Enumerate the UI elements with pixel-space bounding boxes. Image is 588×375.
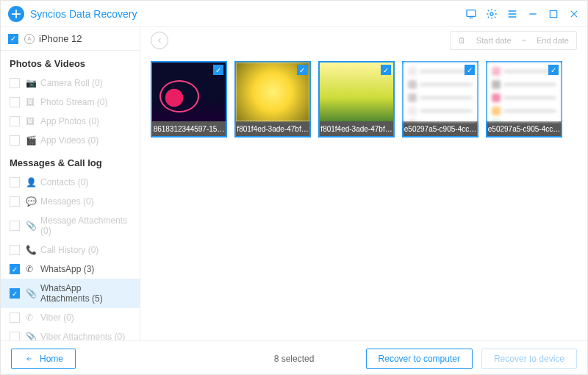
category-icon: 📷 bbox=[26, 78, 36, 88]
sidebar-item-label: Viber (0) bbox=[40, 312, 74, 323]
close-icon[interactable] bbox=[568, 8, 580, 20]
sidebar-item[interactable]: ✓✆WhatsApp (3) bbox=[1, 260, 140, 279]
sidebar-item-checkbox[interactable] bbox=[10, 78, 20, 88]
app-title: Syncios Data Recovery bbox=[30, 8, 137, 20]
sidebar-item-checkbox[interactable] bbox=[10, 97, 20, 107]
maximize-icon[interactable] bbox=[548, 8, 559, 20]
sidebar-item[interactable]: ✆Viber (0) bbox=[1, 308, 140, 327]
thumbnail[interactable]: e50297a5-c905-4cc…✓ bbox=[486, 61, 562, 138]
sidebar-item-checkbox[interactable] bbox=[10, 332, 20, 340]
recover-device-button: Recover to device bbox=[481, 349, 577, 369]
sidebar-item-label: WhatsApp Attachments (5) bbox=[40, 283, 131, 304]
sidebar-item-checkbox[interactable]: ✓ bbox=[10, 288, 20, 299]
sidebar-item[interactable]: 💬Messages (0) bbox=[1, 192, 140, 211]
sidebar-item[interactable]: 📷Camera Roll (0) bbox=[1, 74, 140, 93]
sidebar: ✓ A iPhone 12 Photos & Videos📷Camera Rol… bbox=[1, 27, 140, 340]
sidebar-item-label: App Videos (0) bbox=[40, 135, 98, 146]
sidebar-item-label: Viber Attachments (0) bbox=[40, 332, 125, 340]
category-icon: 📎 bbox=[26, 221, 36, 231]
selection-status: 8 selected bbox=[274, 354, 315, 364]
svg-rect-2 bbox=[550, 10, 556, 17]
thumbnail[interactable]: e50297a5-c905-4cc…✓ bbox=[402, 61, 478, 138]
feedback-icon[interactable] bbox=[465, 8, 477, 20]
date-separator: ~ bbox=[522, 36, 526, 45]
thumbnail-caption: 8618312344597-15… bbox=[152, 121, 226, 136]
thumbnail-caption: f801f4ed-3ade-47bf… bbox=[320, 121, 393, 136]
thumbnail-caption: e50297a5-c905-4cc… bbox=[487, 121, 561, 136]
thumbnail[interactable]: 8618312344597-15…✓ bbox=[151, 61, 227, 138]
thumbnail-check-icon[interactable]: ✓ bbox=[548, 65, 559, 75]
sidebar-item-label: Call History (0) bbox=[40, 245, 98, 255]
sidebar-item-label: WhatsApp (3) bbox=[40, 264, 94, 274]
sidebar-section-header: Photos & Videos bbox=[1, 51, 140, 74]
sidebar-item-checkbox[interactable] bbox=[10, 196, 20, 207]
category-icon: 📎 bbox=[26, 288, 36, 299]
category-icon: 🎬 bbox=[26, 135, 36, 146]
category-icon: 📎 bbox=[26, 332, 36, 340]
sidebar-item-label: Contacts (0) bbox=[40, 177, 88, 188]
sidebar-item[interactable]: 📞Call History (0) bbox=[1, 240, 140, 260]
category-icon: 🖼 bbox=[26, 97, 36, 107]
end-date: End date bbox=[537, 36, 569, 45]
sidebar-item-label: Photo Stream (0) bbox=[40, 97, 107, 107]
thumbnail-caption: e50297a5-c905-4cc… bbox=[404, 121, 477, 136]
sidebar-item[interactable]: 🖼App Photos (0) bbox=[1, 112, 140, 131]
sidebar-item-label: Camera Roll (0) bbox=[40, 78, 103, 88]
sidebar-item-checkbox[interactable] bbox=[10, 135, 20, 146]
svg-point-1 bbox=[490, 12, 493, 15]
svg-rect-0 bbox=[467, 10, 476, 16]
category-icon: 📞 bbox=[26, 245, 36, 255]
home-button[interactable]: Home bbox=[11, 349, 76, 369]
sidebar-item[interactable]: 🎬App Videos (0) bbox=[1, 131, 140, 150]
sidebar-item[interactable]: 🖼Photo Stream (0) bbox=[1, 93, 140, 112]
thumbnail-caption: f801f4ed-3ade-47bf… bbox=[236, 121, 309, 136]
device-checkbox[interactable]: ✓ bbox=[8, 34, 18, 44]
sidebar-item-checkbox[interactable] bbox=[10, 245, 20, 255]
start-date: Start date bbox=[476, 36, 512, 45]
gear-icon[interactable] bbox=[486, 8, 498, 20]
recover-computer-button[interactable]: Recover to computer bbox=[366, 349, 473, 369]
device-name: iPhone 12 bbox=[39, 33, 82, 44]
sidebar-item[interactable]: 👤Contacts (0) bbox=[1, 173, 140, 192]
thumbnail-check-icon[interactable]: ✓ bbox=[381, 65, 391, 75]
thumbnail[interactable]: f801f4ed-3ade-47bf…✓ bbox=[318, 61, 395, 138]
sidebar-item[interactable]: ✓📎WhatsApp Attachments (5) bbox=[1, 279, 140, 308]
home-label: Home bbox=[40, 354, 63, 364]
sidebar-item[interactable]: 📎Message Attachments (0) bbox=[1, 211, 140, 240]
sidebar-item-label: Message Attachments (0) bbox=[40, 215, 131, 236]
titlebar: Syncios Data Recovery bbox=[1, 1, 587, 27]
thumbnail-check-icon[interactable]: ✓ bbox=[465, 65, 475, 75]
category-icon: 💬 bbox=[26, 196, 36, 207]
sidebar-item-label: Messages (0) bbox=[40, 196, 94, 207]
thumbnail-check-icon[interactable]: ✓ bbox=[297, 65, 307, 75]
thumbnail[interactable]: f801f4ed-3ade-47bf…✓ bbox=[234, 61, 311, 138]
sidebar-item-checkbox[interactable] bbox=[10, 312, 20, 323]
sidebar-item-label: App Photos (0) bbox=[40, 116, 99, 126]
category-icon: 👤 bbox=[26, 177, 36, 188]
content-toolbar: 🗓 Start date ~ End date bbox=[140, 27, 587, 54]
content-pane: 🗓 Start date ~ End date 8618312344597-15… bbox=[140, 27, 587, 340]
category-icon: 🖼 bbox=[26, 116, 36, 126]
menu-icon[interactable] bbox=[506, 8, 518, 20]
sidebar-item[interactable]: 📎Viber Attachments (0) bbox=[1, 327, 140, 340]
thumbnail-grid: 8618312344597-15…✓f801f4ed-3ade-47bf…✓f8… bbox=[140, 54, 587, 145]
sidebar-item-checkbox[interactable] bbox=[10, 116, 20, 126]
thumbnail-check-icon[interactable]: ✓ bbox=[213, 65, 223, 75]
calendar-icon: 🗓 bbox=[458, 36, 466, 45]
category-icon: ✆ bbox=[26, 312, 36, 323]
sidebar-item-checkbox[interactable]: ✓ bbox=[10, 264, 20, 274]
sidebar-item-checkbox[interactable] bbox=[10, 177, 20, 188]
device-icon: A bbox=[24, 34, 35, 44]
app-logo bbox=[8, 6, 24, 22]
device-row[interactable]: ✓ A iPhone 12 bbox=[1, 27, 140, 51]
date-range-picker[interactable]: 🗓 Start date ~ End date bbox=[450, 31, 577, 50]
back-button[interactable] bbox=[151, 32, 168, 49]
sidebar-section-header: Messages & Call log bbox=[1, 150, 140, 173]
sidebar-item-checkbox[interactable] bbox=[10, 221, 20, 231]
category-icon: ✆ bbox=[26, 264, 36, 274]
footer: Home 8 selected Recover to computer Reco… bbox=[1, 340, 587, 375]
minimize-icon[interactable] bbox=[527, 8, 539, 20]
